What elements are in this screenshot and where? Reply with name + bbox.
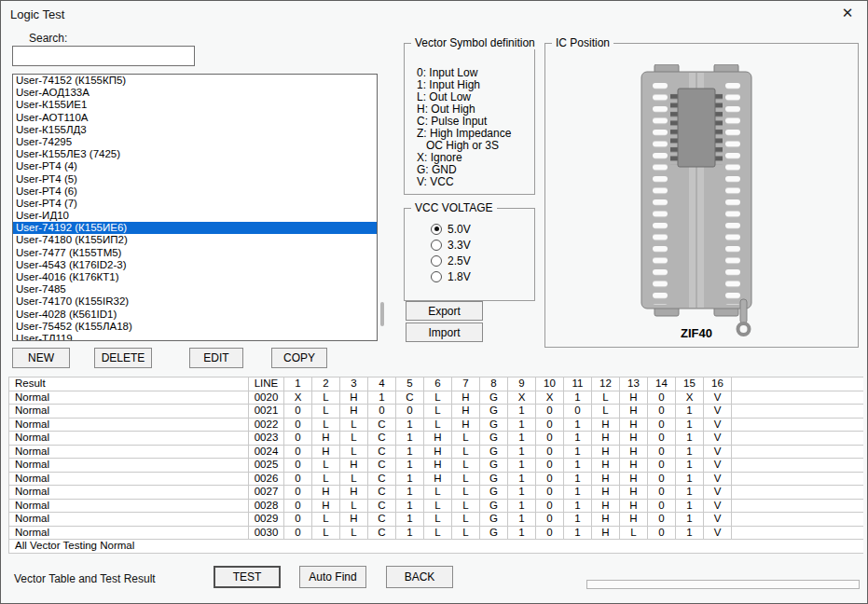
vector-cell: H: [340, 391, 368, 405]
vector-cell: 1: [564, 432, 592, 446]
vcc-option-label: 3.3V: [448, 239, 471, 252]
vector-cell: 0: [648, 459, 676, 473]
col-header: 5: [396, 378, 424, 391]
vcc-option-5.0V[interactable]: 5.0V: [431, 221, 471, 237]
table-row[interactable]: Normal00300LLC1LLG101HL01V: [9, 526, 864, 540]
table-row[interactable]: Normal00250LHC1HLG101HH01V: [9, 459, 864, 473]
table-row[interactable]: Normal0020XLH1CLHGXX1LH0XV: [9, 391, 864, 405]
vector-cell: 1: [396, 513, 424, 527]
close-icon[interactable]: ✕: [839, 5, 856, 21]
list-item[interactable]: User-4543 (К176ID2-3): [13, 259, 377, 271]
chip-list[interactable]: User-74152 (К155КП5)User-АОД133АUser-К15…: [12, 74, 378, 341]
list-item[interactable]: User-ТЛ119: [13, 333, 377, 341]
col-header: 7: [452, 378, 480, 391]
list-scrollbar[interactable]: [379, 74, 386, 341]
vector-cell: 1: [676, 513, 704, 527]
result-cell: Normal: [9, 445, 249, 459]
vector-cell: C: [368, 499, 396, 513]
vector-cell: V: [704, 432, 732, 446]
table-row[interactable]: Normal00240HLC1HLG101HH01V: [9, 445, 864, 459]
list-item[interactable]: User-АОТ110А: [13, 112, 377, 124]
vector-cell: 1: [564, 418, 592, 432]
vector-cell: 1: [676, 499, 704, 513]
back-button[interactable]: BACK: [386, 566, 453, 588]
table-row[interactable]: Normal00270HHC1LLG101HH01V: [9, 486, 864, 500]
list-item[interactable]: User-7485: [13, 283, 377, 295]
copy-button[interactable]: COPY: [271, 348, 327, 368]
vector-cell: 0: [648, 418, 676, 432]
col-header: 4: [368, 378, 396, 391]
vector-cell: C: [368, 418, 396, 432]
vector-cell: L: [340, 432, 368, 446]
export-button[interactable]: Export: [406, 301, 483, 321]
table-row[interactable]: Normal00220LLC1LHG101HH01V: [9, 418, 864, 432]
list-item[interactable]: User-К155ЛД3: [13, 124, 377, 136]
vector-cell: C: [368, 513, 396, 527]
vector-cell: C: [368, 432, 396, 446]
list-item[interactable]: User-К155ЛЕ3 (7425): [13, 148, 377, 160]
radio-icon: [431, 240, 442, 251]
table-row[interactable]: Normal00210LH00LHG100LH01V: [9, 405, 864, 419]
line-cell: 0024: [249, 445, 284, 459]
result-cell: Normal: [9, 472, 249, 486]
vector-cell: H: [592, 526, 620, 540]
delete-button[interactable]: DELETE: [94, 348, 152, 368]
vector-cell: 1: [676, 472, 704, 486]
new-button[interactable]: NEW: [12, 348, 70, 368]
window-title: Logic Test: [10, 7, 64, 21]
vector-cell: C: [368, 526, 396, 540]
list-item[interactable]: User-4016 (К176КТ1): [13, 271, 377, 283]
auto-find-button[interactable]: Auto Find: [299, 566, 366, 588]
vector-cell: 1: [564, 459, 592, 473]
list-item[interactable]: User-74170 (К155IR32): [13, 295, 377, 308]
list-item[interactable]: User-РТ4 (7): [13, 198, 377, 210]
line-cell: 0028: [249, 499, 284, 513]
vcc-option-2.5V[interactable]: 2.5V: [431, 253, 471, 268]
list-item[interactable]: User-74295: [13, 136, 377, 148]
col-header: 12: [592, 378, 620, 391]
vector-cell: 0: [536, 499, 564, 513]
list-item[interactable]: User-75452 (К155ЛА18): [13, 321, 377, 333]
list-item[interactable]: User-РТ4 (6): [13, 185, 377, 198]
line-cell: 0023: [249, 432, 284, 446]
scrollbar-thumb[interactable]: [380, 302, 384, 326]
result-cell: Normal: [9, 405, 249, 419]
list-item[interactable]: User-74192 (К155ИЕ6): [13, 222, 377, 234]
vector-cell: G: [480, 459, 508, 473]
vector-symbol-line: V: VCC: [417, 176, 511, 188]
import-button[interactable]: Import: [406, 323, 483, 342]
vector-cell: L: [452, 472, 480, 486]
vector-cell: G: [480, 472, 508, 486]
vector-cell: 1: [508, 526, 536, 540]
test-button[interactable]: TEST: [214, 566, 281, 588]
list-item[interactable]: User-74180 (К155ИП2): [13, 234, 377, 246]
list-item[interactable]: User-7477 (К155ТМ5): [13, 247, 377, 259]
search-input[interactable]: [12, 46, 195, 66]
list-item[interactable]: User-РТ4 (4): [13, 160, 377, 172]
list-item[interactable]: User-ИД10: [13, 210, 377, 222]
vector-cell: 1: [396, 526, 424, 540]
vcc-option-3.3V[interactable]: 3.3V: [431, 237, 471, 253]
vector-cell: V: [704, 445, 732, 459]
line-cell: 0029: [249, 513, 284, 527]
filler-cell: [732, 405, 864, 419]
list-item[interactable]: User-РТ4 (5): [13, 173, 377, 185]
vector-cell: H: [452, 405, 480, 419]
table-row[interactable]: Normal00290LHC1LLG101HH01V: [9, 513, 864, 527]
vector-cell: H: [312, 445, 340, 459]
table-row[interactable]: Normal00230HLC1HLG101HH01V: [9, 432, 864, 446]
list-item[interactable]: User-К155ИЕ1: [13, 99, 377, 111]
list-item[interactable]: User-4028 (К561ID1): [13, 309, 377, 321]
vector-cell: H: [592, 432, 620, 446]
vector-cell: 0: [648, 391, 676, 405]
table-row[interactable]: Normal00280HLC1LLG101HH01V: [9, 499, 864, 513]
vector-cell: L: [424, 526, 452, 540]
table-row[interactable]: Normal00260LLC1HLG101HH01V: [9, 472, 864, 486]
vcc-option-1.8V[interactable]: 1.8V: [431, 268, 471, 284]
list-item[interactable]: User-74152 (К155КП5): [13, 75, 377, 87]
vector-cell: 0: [396, 405, 424, 419]
edit-button[interactable]: EDIT: [189, 348, 243, 368]
list-item[interactable]: User-АОД133А: [13, 87, 377, 99]
vector-cell: V: [704, 499, 732, 513]
line-cell: 0025: [249, 459, 284, 473]
